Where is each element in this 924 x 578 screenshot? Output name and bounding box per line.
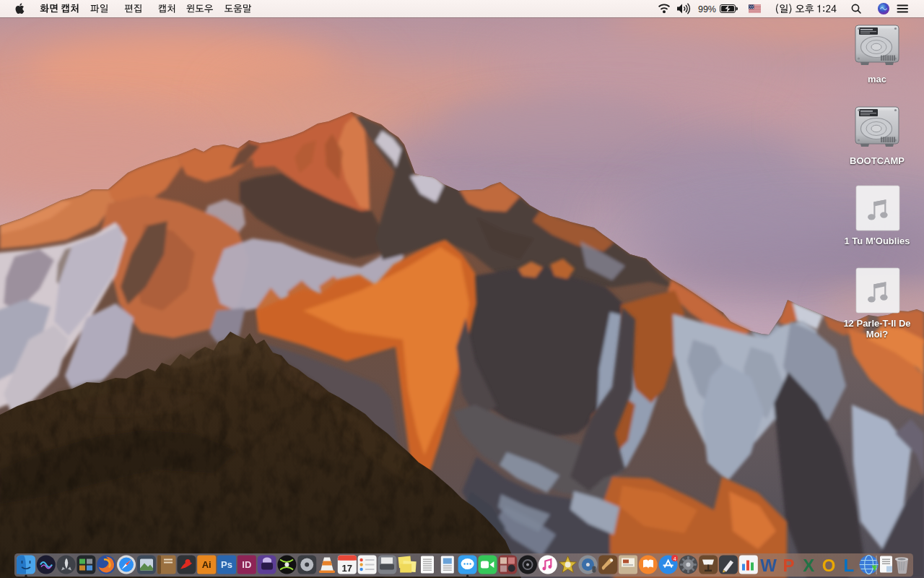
svg-text:ID: ID [242,559,251,570]
svg-text:Ai: Ai [202,559,212,570]
svg-text:P: P [783,556,794,575]
svg-text:W: W [760,556,777,575]
svg-text:O: O [822,556,836,575]
svg-text:L: L [843,556,854,575]
svg-text:17: 17 [342,563,352,574]
svg-text:Ps: Ps [221,559,232,570]
svg-text:4: 4 [674,556,676,561]
svg-text:X: X [803,556,814,575]
